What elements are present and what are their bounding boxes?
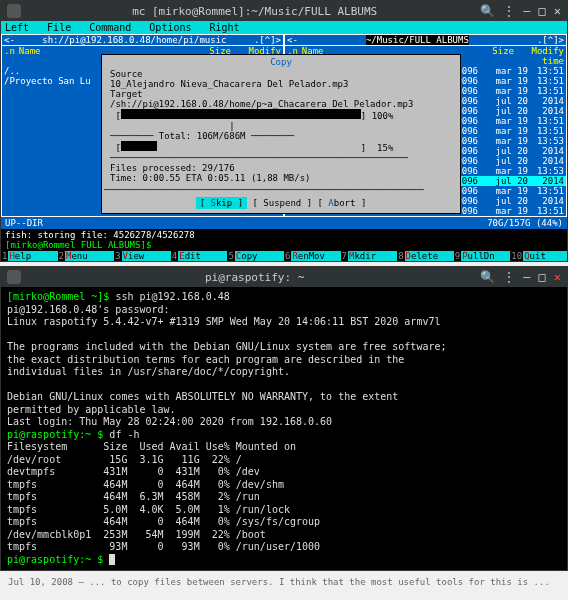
mc-shell[interactable]: fish: storing file: 4526278/4526278 [mir… [1, 229, 567, 251]
target-label: Target [110, 89, 452, 99]
maximize-icon[interactable]: □ [539, 4, 546, 18]
minimize-icon[interactable]: — [523, 270, 530, 284]
right-path: ~/Music/FULL ALBUMS [366, 35, 469, 45]
minimize-icon[interactable]: — [523, 4, 530, 18]
abort-button[interactable]: [ AbortAbort ] [318, 198, 367, 208]
mc-status: UP--DIR 70G/157G (44%) [1, 217, 567, 229]
files-processed: Files processed: 29/176 [110, 163, 452, 173]
total-progress: ──────── Total: 106M/686M ──────── [110, 131, 452, 141]
term-titlebar[interactable]: pi@raspotify: ~ 🔍 ⋮ — □ ✕ [1, 267, 567, 287]
mc-window: mc [mirko@Rommel]:~/Music/FULL ALBUMS 🔍 … [0, 0, 568, 262]
term-title: pi@raspotify: ~ [29, 271, 480, 284]
mc-fkeys: 1Help2Menu3View4Edit5Copy6RenMov7Mkdir8D… [1, 251, 567, 261]
menu-options[interactable]: Options [149, 22, 191, 33]
menu-icon[interactable]: ⋮ [503, 4, 515, 18]
fkey-pulldn[interactable]: 9PullDn [454, 251, 511, 261]
maximize-icon[interactable]: □ [539, 270, 546, 284]
fkey-quit[interactable]: 10Quit [510, 251, 567, 261]
fkey-delete[interactable]: 8Delete [397, 251, 454, 261]
menu-right[interactable]: Right [210, 22, 240, 33]
mc-menu[interactable]: LeftFileCommandOptionsRight [1, 21, 567, 34]
time-eta: Time: 0:00.55 ETA 0:05.11 (1,88 MB/s) [110, 173, 452, 183]
search-icon[interactable]: 🔍 [480, 4, 495, 18]
fkey-view[interactable]: 3View [114, 251, 171, 261]
left-path: sh://pi@192.168.0.48/home/pi/music [42, 35, 226, 45]
app-icon [7, 270, 21, 284]
fkey-mkdir[interactable]: 7Mkdir [341, 251, 398, 261]
menu-file[interactable]: File [47, 22, 71, 33]
menu-left[interactable]: Left [5, 22, 29, 33]
app-icon [7, 4, 21, 18]
suspend-button[interactable]: [ Suspend ] [252, 198, 312, 208]
dialog-title: Copy [104, 57, 458, 67]
fkey-help[interactable]: 1Help [1, 251, 58, 261]
close-icon[interactable]: ✕ [554, 4, 561, 18]
mc-body: LeftFileCommandOptionsRight <-sh://pi@19… [1, 21, 567, 261]
search-icon[interactable]: 🔍 [480, 270, 495, 284]
fkey-copy[interactable]: 5Copy [227, 251, 284, 261]
terminal-output[interactable]: [mirko@Rommel ~]$ ssh pi@192.168.0.48 pi… [1, 287, 567, 570]
fkey-renmov[interactable]: 6RenMov [284, 251, 341, 261]
copy-dialog: Copy Source 10_Alejandro Nieva_Chacarera… [101, 54, 461, 214]
dialog-buttons: [ SSkipkip ] [ Suspend ] [ AbortAbort ] [104, 195, 458, 211]
menu-command[interactable]: Command [89, 22, 131, 33]
target-file: /sh://pi@192.168.0.48/home/p~a_Chacarera… [110, 99, 452, 109]
progress-divider: | [110, 121, 452, 131]
fkey-menu[interactable]: 2Menu [58, 251, 115, 261]
total-bar: [] 15% [110, 141, 452, 153]
page-footer: Jul 10, 2008 — ... to copy files between… [0, 575, 568, 589]
source-file: 10_Alejandro Nieva_Chacarera Del Pelador… [110, 79, 452, 89]
skip-button[interactable]: [ SSkipkip ] [196, 197, 247, 209]
terminal-window: pi@raspotify: ~ 🔍 ⋮ — □ ✕ [mirko@Rommel … [0, 266, 568, 571]
source-label: Source [110, 69, 452, 79]
mc-title: mc [mirko@Rommel]:~/Music/FULL ALBUMS [29, 5, 480, 18]
close-icon[interactable]: ✕ [554, 270, 561, 284]
fkey-edit[interactable]: 4Edit [171, 251, 228, 261]
file-progress: [] 100% [110, 109, 452, 121]
mc-titlebar[interactable]: mc [mirko@Rommel]:~/Music/FULL ALBUMS 🔍 … [1, 1, 567, 21]
menu-icon[interactable]: ⋮ [503, 270, 515, 284]
